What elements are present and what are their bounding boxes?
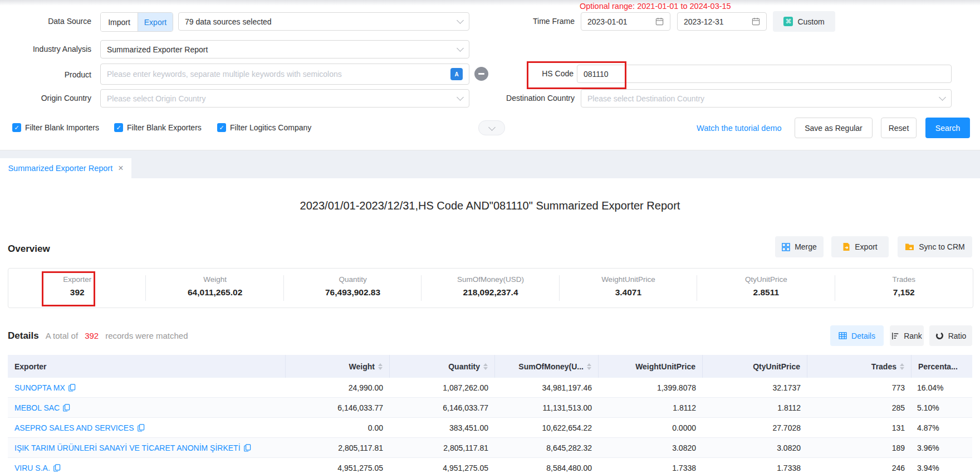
cell-qtyunitprice: 1.7338 — [703, 458, 807, 473]
exclude-keywords-icon[interactable] — [474, 67, 488, 81]
merge-button[interactable]: Merge — [775, 236, 824, 257]
stat-label: SumOfMoney(USD) — [457, 275, 524, 284]
exporter-name[interactable]: MEBOL SAC — [14, 403, 60, 412]
cell-trades: 189 — [807, 438, 912, 457]
reset-button[interactable]: Reset — [881, 118, 917, 138]
copy-icon[interactable] — [244, 444, 251, 452]
table-header-row: ExporterWeightQuantitySumOfMoney(U...Wei… — [8, 355, 972, 378]
copy-icon[interactable] — [68, 384, 76, 392]
column-header-weight[interactable]: Weight — [286, 355, 390, 378]
merge-icon — [782, 243, 790, 251]
column-header-percenta: Percenta... — [912, 355, 972, 378]
start-date-input[interactable]: 2023-01-01 — [581, 12, 670, 31]
destination-country-select[interactable]: Please select Destination Country — [581, 89, 952, 108]
details-bar: Details A total of 392 records were matc… — [8, 330, 188, 342]
view-details-button[interactable]: Details — [830, 325, 884, 346]
cell-value: 3.96% — [917, 443, 939, 452]
cell-trades: 131 — [807, 418, 912, 437]
end-date-input[interactable]: 2023-12-31 — [677, 12, 767, 31]
export-file-icon — [842, 242, 850, 251]
chevron-down-icon — [457, 94, 464, 101]
stat-label: Exporter — [63, 275, 91, 284]
sort-caret-icon[interactable] — [483, 363, 488, 370]
exporter-name[interactable]: SUNOPTA MX — [14, 383, 65, 392]
close-icon[interactable]: × — [118, 164, 123, 173]
data-sources-select[interactable]: 79 data sources selected — [178, 12, 469, 31]
table-row: IŞIK TARIM ÜRÜNLERİ SANAYİ VE TİCARET AN… — [8, 438, 972, 458]
destination-country-label: Destination Country — [490, 89, 575, 108]
industry-analysis-value: Summarized Exporter Report — [107, 45, 208, 54]
column-header-trades[interactable]: Trades — [807, 355, 912, 378]
cell-value: 11,131,513.00 — [543, 403, 592, 412]
exporter-name-cell[interactable]: ASEPRO SALES AND SERVICES — [8, 418, 286, 437]
sync-to-crm-button[interactable]: Sync to CRM — [898, 236, 972, 257]
cell-weight: 6,146,033.77 — [286, 398, 390, 417]
filter-blank-importers-checkbox[interactable]: ✓ Filter Blank Importers — [12, 123, 99, 132]
cell-value: 285 — [892, 403, 905, 412]
cell-quantity: 1,087,262.00 — [390, 378, 495, 397]
cell-value: 383,451.00 — [449, 423, 488, 432]
tab-summarized-exporter-report[interactable]: Summarized Exporter Report × — [0, 158, 131, 178]
sort-caret-icon[interactable] — [900, 363, 904, 370]
view-details-label: Details — [851, 331, 875, 340]
hs-code-label: HS Code — [501, 65, 574, 83]
search-button[interactable]: Search — [925, 118, 970, 138]
exporter-name-cell[interactable]: VIRU S.A. — [8, 458, 286, 473]
cell-qtyunitprice: 32.1737 — [703, 378, 807, 397]
stat-weight: Weight64,011,265.02 — [146, 269, 283, 308]
column-header-quantity[interactable]: Quantity — [390, 355, 495, 378]
checkbox-label: Filter Blank Importers — [25, 123, 99, 132]
sort-caret-icon[interactable] — [378, 363, 383, 370]
product-input[interactable]: Please enter keywords, separate multiple… — [100, 64, 469, 85]
export-toggle[interactable]: Export — [138, 13, 173, 31]
cell-trades: 773 — [807, 378, 912, 397]
exporter-name-cell[interactable]: SUNOPTA MX — [8, 378, 286, 397]
view-rank-button[interactable]: Rank — [890, 325, 924, 346]
exporter-name[interactable]: IŞIK TARIM ÜRÜNLERİ SANAYİ VE TİCARET AN… — [14, 443, 241, 452]
chevron-down-icon — [488, 124, 496, 131]
overview-stats: Exporter392Weight64,011,265.02Quantity76… — [8, 268, 973, 308]
copy-icon[interactable] — [53, 464, 61, 472]
stat-sumofmoney-usd: SumOfMoney(USD)218,092,237.4 — [422, 269, 559, 308]
column-label: SumOfMoney(U... — [518, 362, 584, 371]
product-placeholder: Please enter keywords, separate multiple… — [107, 70, 342, 79]
save-as-regular-button[interactable]: Save as Regular — [795, 118, 873, 138]
cell-qtyunitprice: 1.8112 — [703, 398, 807, 417]
cell-value: 0.0000 — [672, 423, 696, 432]
cell-sumofmoney-u: 8,584,480.00 — [495, 458, 599, 473]
exporter-name-cell[interactable]: IŞIK TARIM ÜRÜNLERİ SANAYİ VE TİCARET AN… — [8, 438, 286, 457]
origin-country-placeholder: Please select Origin Country — [107, 94, 205, 103]
export-button[interactable]: Export — [831, 236, 889, 257]
copy-icon[interactable] — [63, 404, 70, 412]
cell-percenta: 3.96% — [912, 438, 972, 457]
sort-caret-icon[interactable] — [587, 363, 591, 370]
cell-quantity: 6,146,033.77 — [390, 398, 495, 417]
exporter-name-cell[interactable]: MEBOL SAC — [8, 398, 286, 417]
column-label: QtyUnitPrice — [753, 362, 800, 371]
time-frame-label: Time Frame — [501, 12, 575, 31]
exporter-name[interactable]: VIRU S.A. — [14, 464, 50, 472]
custom-button[interactable]: ⌘ Custom — [773, 11, 835, 32]
filter-blank-exporters-checkbox[interactable]: ✓ Filter Blank Exporters — [114, 123, 202, 132]
view-ratio-button[interactable]: Ratio — [929, 325, 972, 346]
custom-icon: ⌘ — [783, 17, 793, 26]
hs-code-input[interactable]: 081110 — [577, 65, 952, 83]
industry-analysis-select[interactable]: Summarized Exporter Report — [100, 40, 469, 58]
import-toggle[interactable]: Import — [101, 13, 138, 31]
total-prefix: A total of — [46, 331, 78, 340]
expand-filters-button[interactable] — [478, 120, 505, 135]
origin-country-select[interactable]: Please select Origin Country — [100, 89, 469, 108]
exporter-name[interactable]: ASEPRO SALES AND SERVICES — [14, 423, 134, 432]
total-count: 392 — [85, 331, 99, 340]
checkbox-label: Filter Logitics Company — [230, 123, 311, 132]
cell-value: 2,805,117.81 — [338, 443, 383, 452]
copy-icon[interactable] — [138, 424, 145, 432]
tutorial-link[interactable]: Watch the tutorial demo — [697, 124, 782, 133]
data-source-label: Data Source — [0, 12, 91, 31]
industry-analysis-label: Industry Analysis — [0, 40, 91, 58]
filter-logistics-company-checkbox[interactable]: ✓ Filter Logitics Company — [217, 123, 311, 132]
sync-label: Sync to CRM — [919, 242, 964, 251]
column-header-weightunitprice: WeightUnitPrice — [599, 355, 703, 378]
translate-icon[interactable]: A — [450, 68, 463, 80]
column-header-sumofmoney-u[interactable]: SumOfMoney(U... — [495, 355, 599, 378]
